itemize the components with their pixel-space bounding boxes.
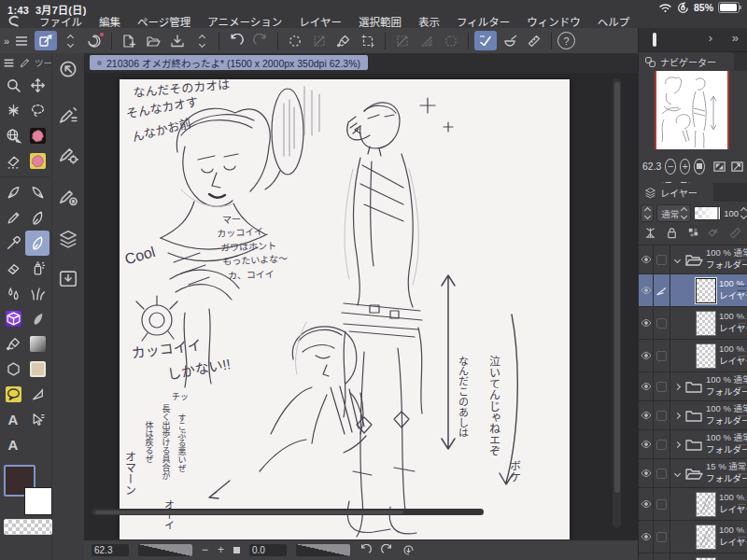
toolbar-updown-icon[interactable] [59, 31, 81, 50]
layer-row-body[interactable]: 100 % 通常 レイヤー27 [670, 488, 747, 520]
canvas-horizontal-scrollbar[interactable] [92, 509, 484, 515]
menu-item-5[interactable]: 選択範囲 [350, 14, 410, 29]
clip-to-layer-below-icon[interactable] [643, 226, 658, 241]
reselect-icon[interactable] [308, 31, 331, 50]
layer-drag-handle[interactable] [738, 532, 746, 538]
background-color-swatch[interactable] [24, 487, 52, 515]
layer-row-body[interactable]: 100 % 通常 レイヤー5 [670, 553, 747, 560]
blend-mode-dropdown[interactable]: 通常 [656, 204, 691, 222]
main-menu-icon[interactable] [10, 31, 33, 50]
operation-cursor-tool[interactable] [25, 407, 49, 432]
reference-layer-icon[interactable] [707, 226, 722, 241]
decoration-tool[interactable] [25, 281, 49, 306]
menu-item-4[interactable]: レイヤー [290, 14, 350, 29]
layer-row-body[interactable]: 15 % 通常 フォルダー1 [670, 459, 747, 487]
palette-menu-icon[interactable] [3, 57, 15, 69]
snap-to-grid-icon[interactable] [523, 31, 545, 50]
object-picker-icon[interactable] [58, 59, 78, 79]
object-tool[interactable] [1, 98, 25, 123]
layer-row-body[interactable]: 100 % 通常 レイヤー29 [670, 340, 747, 371]
new-canvas-icon[interactable] [118, 31, 140, 50]
eraser-tool[interactable] [1, 256, 25, 281]
lock-transparent-pixels-icon[interactable] [686, 226, 701, 241]
fit-to-width-icon[interactable] [730, 159, 744, 175]
lock-layer-icon[interactable] [665, 226, 680, 241]
fill-icon[interactable] [332, 31, 355, 50]
subtool-list-icon[interactable] [58, 105, 78, 126]
layer-checkbox[interactable] [656, 255, 667, 265]
zoom-out-button[interactable]: − [202, 544, 208, 555]
layer-select-cell[interactable] [654, 430, 670, 458]
layer-visibility-toggle[interactable] [639, 459, 654, 487]
layer-visibility-toggle[interactable] [639, 340, 654, 371]
edit-mode-toggle-icon[interactable] [35, 31, 57, 50]
layer-select-cell[interactable] [654, 521, 670, 553]
fill-selection-icon[interactable] [416, 31, 438, 50]
layer-palette-icon[interactable] [58, 229, 78, 249]
layer-row-フォルダー4[interactable]: 100 % 通常 フォルダー4 [639, 372, 747, 401]
layer-select-cell[interactable] [654, 401, 670, 429]
layer-visibility-toggle[interactable] [639, 307, 654, 339]
folder-expand-chevron[interactable] [672, 413, 682, 418]
canvas-area[interactable]: なんだそのカオはそんなカオすんなかお前Coolマーカッコイイガワはホントもったい… [84, 73, 638, 539]
layer-select-cell[interactable] [654, 245, 670, 273]
layer-thumbnail[interactable] [696, 557, 716, 560]
layer-select-cell[interactable] [654, 459, 670, 487]
zoom-slider[interactable] [138, 544, 192, 556]
deselect-icon[interactable] [284, 31, 306, 50]
menu-item-2[interactable]: ページ管理 [129, 14, 199, 29]
crop-frame-icon[interactable] [357, 31, 379, 50]
layer-row-body[interactable]: 100 % 通常 フォルダー2 [670, 430, 747, 458]
nav-zoom-out-button[interactable]: − [665, 159, 676, 175]
layer-row-body[interactable]: 100 % 通常 フォルダー4 [670, 372, 747, 400]
layer-select-cell[interactable] [654, 372, 670, 400]
layer-visibility-toggle[interactable] [639, 372, 654, 400]
marker-tool[interactable] [25, 180, 49, 205]
material-palette-icon[interactable] [58, 268, 78, 288]
editing-pen-indicator[interactable] [654, 274, 670, 306]
zoom-in-button[interactable]: + [218, 544, 224, 555]
layer-row-レイヤー6[interactable]: 100 % 通常 レイヤー6 [639, 521, 747, 553]
undo-icon[interactable] [225, 31, 247, 50]
open-file-icon[interactable] [142, 31, 164, 50]
text-tool-2[interactable]: A [1, 432, 25, 457]
navigator-tab[interactable]: ナビゲーター [639, 52, 734, 71]
layer-tab[interactable]: レイヤー [639, 183, 713, 202]
drawing-page[interactable]: なんだそのカオはそんなカオすんなかお前Coolマーカッコイイガワはホントもったい… [120, 79, 570, 539]
layer-checkbox[interactable] [656, 351, 667, 361]
layer-drag-handle[interactable] [738, 255, 746, 260]
layer-visibility-toggle[interactable] [639, 521, 654, 553]
fit-to-screen-icon[interactable] [712, 159, 726, 175]
snap-to-ruler-icon[interactable] [474, 31, 497, 50]
soft-brush-tool[interactable] [25, 306, 49, 331]
brush-size-icon[interactable] [58, 187, 78, 207]
layer-row-フォルダー3[interactable]: 100 % 通常 フォルダー3 [639, 401, 747, 430]
nav-actual-size-button[interactable] [694, 159, 705, 175]
save-icon[interactable] [166, 31, 189, 50]
redo-icon[interactable] [249, 31, 272, 50]
zoom-value-box[interactable]: 62.3 [92, 544, 129, 556]
palette-color-combo[interactable] [641, 204, 654, 222]
balloon-tool[interactable] [1, 382, 25, 407]
layer-select-cell[interactable] [654, 553, 670, 560]
collapse-toolbar-icon[interactable]: » [4, 35, 7, 47]
layer-thumbnail[interactable] [696, 278, 716, 303]
custom-brush-dark-tool[interactable] [25, 123, 49, 148]
layer-row-body[interactable]: 100 % 通常 レイヤー6 [670, 521, 747, 553]
layer-row-レイヤー31[interactable]: 100 % 通常 レイヤー31 [639, 274, 747, 307]
layer-visibility-toggle[interactable] [639, 401, 654, 429]
menu-item-8[interactable]: ウィンドウ [518, 14, 589, 29]
navigator-thumbnail[interactable] [655, 71, 729, 149]
layer-visibility-toggle[interactable] [639, 245, 654, 273]
blend-tool[interactable] [1, 281, 25, 306]
layer-row-フォルダー2[interactable]: 100 % 通常 フォルダー2 [639, 430, 747, 459]
airbrush-tool-selected[interactable] [25, 231, 49, 256]
layer-drag-handle[interactable] [738, 469, 746, 474]
menu-item-0[interactable]: ファイル [31, 14, 91, 29]
3d-material-tool[interactable] [1, 306, 25, 331]
selection-launcher-icon[interactable] [440, 31, 462, 50]
layer-row-レイヤー29[interactable]: 100 % 通常 レイヤー29 [639, 340, 747, 372]
selection-eraser-tool[interactable] [1, 148, 25, 174]
maru-pen-tool[interactable] [25, 205, 49, 231]
clip-studio-logo-icon[interactable] [6, 14, 21, 28]
